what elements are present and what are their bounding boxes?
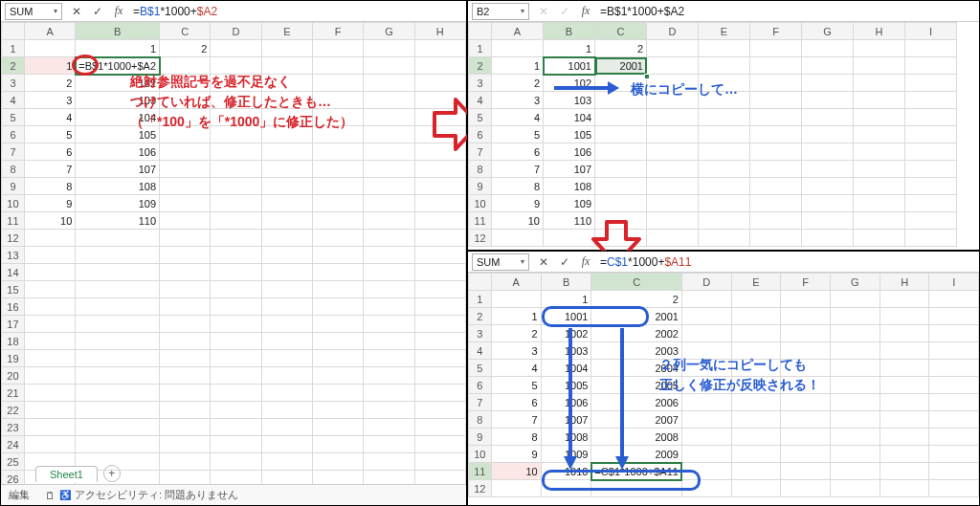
cell[interactable] [24, 281, 75, 298]
cell[interactable] [313, 316, 364, 333]
column-header[interactable]: A [24, 23, 75, 40]
cell[interactable] [24, 264, 75, 281]
cell[interactable] [261, 212, 312, 230]
cell[interactable] [364, 385, 414, 402]
cell[interactable] [313, 195, 364, 212]
row-header[interactable]: 19 [2, 350, 25, 367]
cell[interactable] [211, 161, 261, 178]
cell[interactable] [211, 367, 261, 385]
cell[interactable] [160, 298, 211, 316]
cell[interactable] [160, 316, 211, 333]
cell[interactable] [313, 212, 364, 230]
cell[interactable] [211, 230, 261, 247]
chevron-down-icon[interactable]: ▾ [521, 7, 524, 15]
cell[interactable]: 2007 [591, 411, 682, 429]
cancel-icon[interactable]: ✕ [66, 3, 87, 20]
cell[interactable] [595, 126, 647, 143]
cell[interactable] [781, 480, 831, 497]
row-header[interactable]: 1 [469, 291, 492, 308]
cell[interactable] [261, 385, 312, 402]
cell[interactable] [76, 281, 160, 298]
cell[interactable] [905, 75, 957, 92]
cell[interactable] [699, 230, 750, 247]
cell[interactable]: 2008 [591, 429, 682, 446]
cell[interactable] [261, 316, 312, 333]
formula-input[interactable]: =B$1*1000+$A2 [129, 5, 466, 18]
cell[interactable] [76, 316, 160, 333]
row-header[interactable]: 1 [2, 40, 25, 57]
cell[interactable] [313, 281, 364, 298]
cell[interactable] [544, 230, 595, 247]
cell[interactable] [364, 92, 414, 109]
cell[interactable] [830, 429, 880, 446]
cell[interactable]: 7 [491, 411, 541, 429]
cell[interactable] [781, 429, 831, 446]
cell[interactable]: 109 [76, 195, 160, 212]
cell[interactable] [211, 419, 261, 436]
cell[interactable]: 2 [591, 291, 682, 308]
cell[interactable]: 3 [24, 92, 75, 109]
cell[interactable] [880, 411, 929, 429]
cell[interactable] [880, 394, 929, 411]
select-all-corner[interactable] [2, 23, 25, 40]
cell[interactable]: 2009 [591, 446, 682, 463]
cell[interactable] [854, 92, 905, 109]
cell[interactable] [364, 109, 414, 126]
cell[interactable] [699, 126, 750, 143]
cell[interactable] [364, 264, 414, 281]
cell[interactable] [492, 230, 544, 247]
cell[interactable] [414, 367, 465, 385]
cell[interactable] [160, 264, 211, 281]
cell[interactable] [211, 178, 261, 195]
cell[interactable] [160, 367, 211, 385]
cell[interactable] [854, 161, 905, 178]
cell[interactable] [830, 360, 880, 377]
cell[interactable] [905, 212, 957, 230]
cell[interactable] [880, 291, 929, 308]
enter-icon[interactable]: ✓ [87, 3, 108, 20]
cell[interactable] [261, 298, 312, 316]
cell[interactable] [781, 411, 831, 429]
cell[interactable] [929, 411, 979, 429]
cell[interactable]: 5 [492, 126, 544, 143]
cell[interactable] [313, 453, 364, 471]
cancel-icon[interactable]: ✕ [533, 3, 554, 20]
row-header[interactable]: 11 [469, 463, 492, 480]
cell[interactable] [492, 40, 544, 57]
cell[interactable] [364, 195, 414, 212]
cell[interactable] [414, 385, 465, 402]
name-box[interactable]: SUM ▾ [5, 3, 62, 20]
cell[interactable] [414, 419, 465, 436]
cell[interactable] [802, 178, 854, 195]
cell[interactable] [313, 143, 364, 161]
cell[interactable] [830, 377, 880, 394]
column-header[interactable]: G [830, 274, 880, 291]
cell[interactable] [647, 143, 699, 161]
cell[interactable] [905, 57, 957, 75]
cell[interactable]: 109 [544, 195, 595, 212]
cell[interactable]: 1001 [544, 57, 595, 75]
cell[interactable] [880, 342, 929, 360]
cell[interactable] [929, 325, 979, 342]
cell[interactable] [731, 463, 781, 480]
row-header[interactable]: 17 [2, 316, 25, 333]
cell[interactable] [24, 230, 75, 247]
cell[interactable] [24, 298, 75, 316]
cell[interactable] [364, 57, 414, 75]
cell[interactable]: 6 [492, 143, 544, 161]
cell[interactable] [364, 247, 414, 264]
cell[interactable] [211, 195, 261, 212]
row-header[interactable]: 5 [469, 360, 492, 377]
cell[interactable] [647, 212, 699, 230]
cell[interactable]: 8 [491, 429, 541, 446]
cell[interactable]: 2 [595, 40, 647, 57]
cell[interactable] [830, 308, 880, 325]
cell[interactable]: 107 [76, 161, 160, 178]
cell[interactable] [414, 436, 465, 453]
cell[interactable] [313, 436, 364, 453]
cell[interactable]: 2002 [591, 325, 682, 342]
cell[interactable] [647, 126, 699, 143]
cell[interactable] [364, 212, 414, 230]
cell[interactable] [414, 453, 465, 471]
cell[interactable]: 2006 [591, 394, 682, 411]
